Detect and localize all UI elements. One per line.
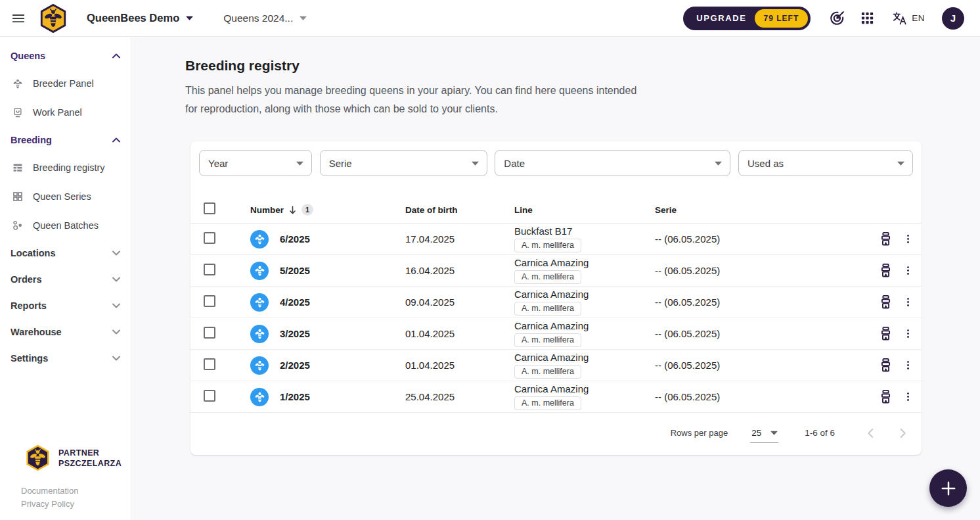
queen-avatar <box>250 325 269 343</box>
sidebar-item-queen-batches[interactable]: Queen Batches <box>0 211 131 240</box>
filters-row: Year Serie Date Used as <box>190 141 922 176</box>
sidebar-nav: Queens Breeder Panel Work Panel Breeding… <box>0 37 131 371</box>
user-avatar[interactable]: J <box>942 7 964 30</box>
filter-date[interactable]: Date <box>495 150 730 176</box>
season-switcher[interactable]: Queens 2024... <box>223 12 307 24</box>
table-row: 2/2025 01.04.2025 Carnica Amazing A. m. … <box>190 350 922 381</box>
line-name: Carnica Amazing <box>514 320 589 331</box>
subspecies-chip: A. m. mellifera <box>514 302 581 316</box>
row-menu-button[interactable] <box>902 360 914 371</box>
column-header-serie[interactable]: Serie <box>655 205 878 215</box>
select-all-cell <box>204 202 250 217</box>
date-of-birth: 09.04.2025 <box>405 296 514 308</box>
sidebar-section-queens[interactable]: Queens <box>0 43 131 69</box>
sidebar-section-reports[interactable]: Reports <box>0 293 131 319</box>
row-checkbox[interactable] <box>204 295 215 307</box>
sidebar-section-warehouse[interactable]: Warehouse <box>0 319 131 345</box>
sidebar-item-queen-series[interactable]: Queen Series <box>0 182 131 211</box>
queen-number[interactable]: 2/2025 <box>280 360 310 371</box>
line-name: Carnica Amazing <box>514 383 589 394</box>
hive-button[interactable] <box>878 325 894 342</box>
organization-switcher[interactable]: QueenBees Demo <box>87 12 193 24</box>
row-checkbox[interactable] <box>204 358 215 370</box>
queen-avatar <box>250 356 269 375</box>
sort-desc-icon <box>288 205 298 215</box>
filter-year[interactable]: Year <box>199 150 312 176</box>
hive-button[interactable] <box>878 357 894 373</box>
privacy-policy-link[interactable]: Privacy Policy <box>21 498 131 511</box>
sort-priority-badge: 1 <box>301 204 313 216</box>
prev-page-button[interactable] <box>864 426 878 440</box>
upgrade-button[interactable]: UPGRADE 79 LEFT <box>683 7 811 30</box>
row-checkbox[interactable] <box>204 390 215 402</box>
line-name: Carnica Amazing <box>514 289 589 300</box>
upgrade-label: UPGRADE <box>696 13 746 23</box>
footer-links: Documentation Privacy Policy <box>21 485 131 511</box>
sidebar-footer: PARTNER PSZCZELARZA Documentation Privac… <box>0 444 131 516</box>
serie-value: -- (06.05.2025) <box>655 328 878 339</box>
goals-button[interactable] <box>828 9 846 28</box>
sidebar-item-breeding-registry[interactable]: Breeding registry <box>0 153 131 182</box>
row-menu-button[interactable] <box>902 328 914 339</box>
table-row: 4/2025 09.04.2025 Carnica Amazing A. m. … <box>190 287 922 318</box>
topbar: QueenBees Demo Queens 2024... UPGRADE 79… <box>0 0 980 37</box>
hive-button[interactable] <box>878 294 894 310</box>
queen-number[interactable]: 3/2025 <box>280 328 310 339</box>
row-menu-button[interactable] <box>902 233 914 245</box>
add-queen-fab[interactable] <box>929 469 967 507</box>
queen-avatar <box>250 262 269 280</box>
chevron-down-icon <box>112 250 120 256</box>
queen-number[interactable]: 1/2025 <box>280 391 310 402</box>
table-row: 3/2025 01.04.2025 Carnica Amazing A. m. … <box>190 318 922 350</box>
partner-text: PARTNER PSZCZELARZA <box>58 448 122 469</box>
column-header-line[interactable]: Line <box>514 205 655 215</box>
column-header-date-of-birth[interactable]: Date of birth <box>405 205 514 215</box>
row-checkbox[interactable] <box>204 327 215 339</box>
column-header-number[interactable]: Number 1 <box>250 204 405 216</box>
filter-used-as[interactable]: Used as <box>738 150 913 176</box>
rows-per-page-value: 25 <box>751 428 761 438</box>
rows-per-page-select[interactable]: 25 <box>750 428 778 443</box>
hive-button[interactable] <box>878 389 894 405</box>
caret-down-icon <box>715 161 721 166</box>
hive-button[interactable] <box>878 231 894 247</box>
sidebar-item-breeder-panel[interactable]: Breeder Panel <box>0 69 131 98</box>
next-page-button[interactable] <box>895 426 910 440</box>
pagination-range: 1-6 of 6 <box>805 428 835 438</box>
select-all-checkbox[interactable] <box>204 202 215 214</box>
queen-bee-icon <box>254 296 266 308</box>
queen-number[interactable]: 4/2025 <box>280 296 310 308</box>
menu-button[interactable] <box>5 5 32 32</box>
apps-menu-button[interactable] <box>858 9 876 28</box>
queen-number[interactable]: 6/2025 <box>280 233 310 245</box>
sidebar-item-work-panel[interactable]: Work Panel <box>0 98 131 127</box>
rows-per-page-label: Rows per page <box>671 428 728 438</box>
translate-icon <box>892 11 908 26</box>
queen-number[interactable]: 5/2025 <box>280 265 310 276</box>
pagination: Rows per page 25 1-6 of 6 <box>190 413 922 453</box>
caret-down-icon <box>770 431 777 435</box>
row-checkbox[interactable] <box>204 232 215 244</box>
table-body: 6/2025 17.04.2025 Buckfast B17 A. m. mel… <box>190 224 922 413</box>
subspecies-chip: A. m. mellifera <box>514 365 581 379</box>
row-checkbox[interactable] <box>204 264 215 275</box>
language-selector[interactable]: EN <box>892 11 925 26</box>
sidebar-section-orders[interactable]: Orders <box>0 266 131 293</box>
caret-down-icon <box>296 161 303 166</box>
serie-value: -- (06.05.2025) <box>655 360 878 371</box>
sidebar-section-settings[interactable]: Settings <box>0 345 131 371</box>
row-menu-button[interactable] <box>902 391 914 402</box>
sidebar-section-breeding[interactable]: Breeding <box>0 127 131 153</box>
documentation-link[interactable]: Documentation <box>21 485 131 498</box>
caret-down-icon <box>300 16 307 20</box>
batches-icon <box>12 220 24 231</box>
row-menu-button[interactable] <box>902 265 914 276</box>
hive-button[interactable] <box>878 262 894 279</box>
organization-name: QueenBees Demo <box>87 12 179 24</box>
work-panel-icon <box>12 106 24 118</box>
chevron-up-icon <box>112 137 120 143</box>
row-menu-button[interactable] <box>902 296 914 308</box>
bee-icon <box>12 78 24 89</box>
sidebar-section-locations[interactable]: Locations <box>0 240 131 266</box>
filter-serie[interactable]: Serie <box>320 150 487 176</box>
